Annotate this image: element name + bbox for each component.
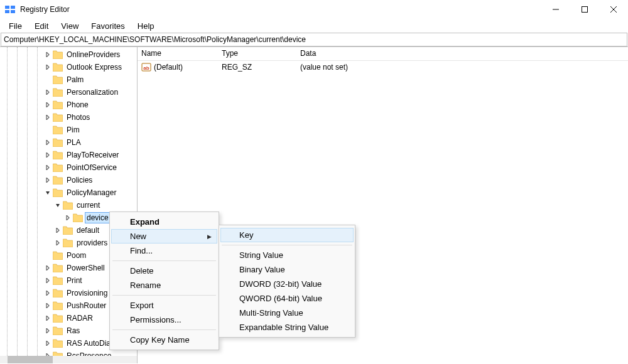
ctx-new-string[interactable]: String Value [220, 248, 354, 262]
folder-icon [53, 151, 63, 159]
chevron-right-icon[interactable] [43, 65, 53, 70]
ctx-new-qword[interactable]: QWORD (64-bit) Value [220, 291, 354, 306]
tree-horizontal-scrollbar[interactable] [0, 356, 138, 363]
tree-item[interactable]: Personalization [0, 86, 137, 99]
folder-icon [53, 126, 63, 134]
tree-item[interactable]: Palm [0, 73, 137, 86]
folder-icon [53, 301, 63, 310]
tree-item[interactable]: PointOfService [0, 161, 137, 174]
ctx-new-key[interactable]: Key [220, 228, 354, 242]
list-header: Name Type Data [138, 47, 628, 61]
folder-icon [53, 100, 63, 109]
tree-item-label: Policies [65, 175, 94, 185]
chevron-right-icon[interactable] [43, 303, 53, 308]
chevron-right-icon[interactable] [43, 316, 53, 321]
tree-item[interactable]: current [0, 199, 137, 211]
regedit-icon [5, 4, 15, 14]
chevron-right-icon[interactable] [43, 140, 53, 145]
tree-item-label: Palm [65, 75, 85, 85]
tree-item-label: PlayToReceiver [65, 150, 120, 160]
ctx-new-binary[interactable]: Binary Value [220, 262, 354, 277]
tree-item[interactable]: Policies [0, 174, 137, 186]
ctx-expand[interactable]: Expand [111, 215, 217, 229]
tree-item-label: Poom [65, 250, 87, 260]
scrollbar-thumb[interactable] [8, 356, 53, 363]
tree-item[interactable]: Pim [0, 124, 137, 136]
ctx-find[interactable]: Find... [111, 244, 217, 258]
column-data[interactable]: Data [296, 47, 628, 60]
tree-item-label: PushRouter [65, 301, 107, 311]
row-data: (value not set) [296, 63, 628, 72]
folder-icon [53, 188, 63, 197]
chevron-right-icon[interactable] [53, 240, 63, 245]
chevron-right-icon[interactable] [63, 215, 73, 220]
chevron-right-icon[interactable] [43, 165, 53, 170]
minimize-button[interactable] [541, 0, 570, 19]
folder-icon [63, 238, 73, 247]
menu-edit[interactable]: Edit [28, 20, 55, 32]
chevron-right-icon[interactable] [43, 278, 53, 283]
ctx-new[interactable]: New ▶ [111, 229, 217, 244]
ctx-copy-key-name[interactable]: Copy Key Name [111, 333, 217, 347]
ctx-new-multistring[interactable]: Multi-String Value [220, 306, 354, 320]
chevron-right-icon[interactable] [43, 291, 53, 296]
folder-icon [73, 213, 83, 222]
maximize-button[interactable] [570, 0, 599, 19]
tree-item-label: current [75, 200, 101, 210]
chevron-right-icon[interactable] [43, 52, 53, 57]
column-type[interactable]: Type [218, 47, 296, 60]
folder-icon [53, 264, 63, 272]
list-pane[interactable]: Name Type Data ab (Default) REG_SZ (valu… [138, 47, 628, 363]
folder-icon [53, 176, 63, 185]
chevron-right-icon[interactable] [43, 115, 53, 120]
menu-favorites[interactable]: Favorites [85, 20, 131, 32]
chevron-right-icon[interactable] [43, 90, 53, 95]
folder-icon [63, 201, 73, 210]
ctx-new-dword[interactable]: DWORD (32-bit) Value [220, 277, 354, 291]
close-button[interactable] [599, 0, 628, 19]
tree-item-label: Pim [65, 125, 81, 135]
tree-item-label: Provisioning [65, 288, 109, 298]
tree-item-label: OnlineProviders [65, 50, 121, 60]
chevron-down-icon[interactable] [43, 190, 53, 195]
tree-item[interactable]: OnlineProviders [0, 48, 137, 61]
chevron-down-icon[interactable] [53, 203, 63, 208]
ctx-delete[interactable]: Delete [111, 264, 217, 278]
tree-item-label: Ras [65, 326, 81, 336]
chevron-right-icon[interactable] [43, 153, 53, 158]
chevron-right-icon[interactable] [43, 178, 53, 183]
tree-item[interactable]: PolicyManager [0, 186, 137, 199]
tree-item-label: Print [65, 276, 84, 286]
window-title: Registry Editor [20, 5, 70, 14]
context-menu: Expand New ▶ Find... Delete Rename Expor… [109, 211, 219, 350]
ctx-rename[interactable]: Rename [111, 278, 217, 292]
list-row[interactable]: ab (Default) REG_SZ (value not set) [138, 61, 628, 73]
tree-item[interactable]: Phone [0, 99, 137, 111]
menu-help[interactable]: Help [131, 20, 161, 32]
folder-icon [53, 276, 63, 285]
menu-file[interactable]: File [3, 20, 28, 32]
tree-item-label: default [75, 225, 100, 235]
folder-icon [53, 63, 63, 72]
address-bar[interactable]: Computer\HKEY_LOCAL_MACHINE\SOFTWARE\Mic… [1, 33, 627, 46]
reg-sz-icon: ab [141, 62, 151, 72]
chevron-right-icon[interactable] [43, 102, 53, 107]
main-area: OnlineProvidersOutlook ExpressPalmPerson… [0, 46, 628, 363]
tree-item-label: Photos [65, 112, 91, 122]
tree-item[interactable]: PlayToReceiver [0, 149, 137, 161]
tree-item[interactable]: Photos [0, 111, 137, 124]
ctx-export[interactable]: Export [111, 298, 217, 313]
ctx-permissions[interactable]: Permissions... [111, 313, 217, 327]
tree-item-label: PolicyManager [65, 188, 117, 198]
tree-item[interactable]: Outlook Express [0, 61, 137, 73]
column-name[interactable]: Name [138, 47, 218, 60]
ctx-new-expandable[interactable]: Expandable String Value [220, 320, 354, 335]
chevron-right-icon[interactable] [43, 265, 53, 270]
folder-icon [53, 50, 63, 59]
chevron-right-icon[interactable] [43, 341, 53, 346]
chevron-right-icon[interactable] [43, 328, 53, 333]
menu-view[interactable]: View [55, 20, 85, 32]
tree-item[interactable]: PLA [0, 136, 137, 149]
chevron-right-icon[interactable] [53, 228, 63, 233]
tree-item-label: device [85, 213, 110, 223]
